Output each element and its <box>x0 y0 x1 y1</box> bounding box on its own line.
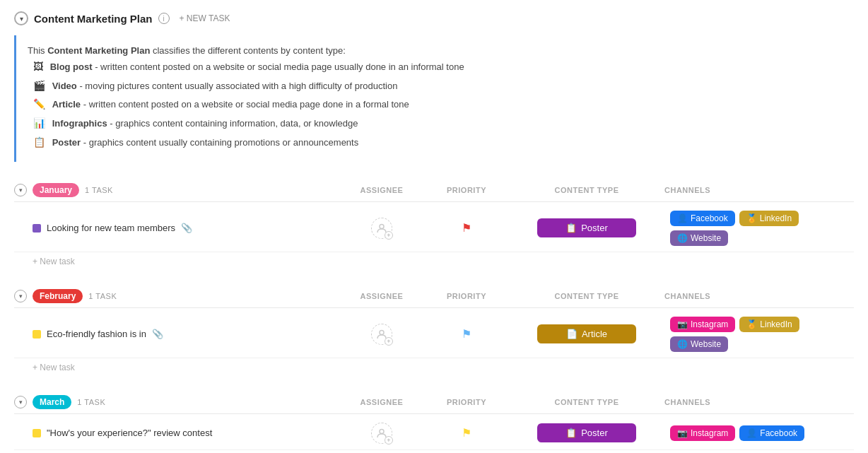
channel-badge-facebook[interactable]: 👤 Facebook <box>739 425 804 441</box>
group-label-january: January <box>33 183 79 197</box>
task-name-area: Eco-friendly fashion is in 📎 <box>14 329 339 339</box>
group-collapse-january[interactable]: ▾ <box>14 184 27 196</box>
add-assignee-icon[interactable]: + <box>385 231 393 240</box>
task-name[interactable]: Looking for new team members <box>47 223 175 233</box>
list-item: 🎬 Video - moving pictures content usuall… <box>33 78 843 94</box>
table-row: Looking for new team members 📎 + ⚑ 📋 Pos… <box>14 205 854 252</box>
channels-cell: 👤 Facebook 🏅 LinkedIn 🌐 Website <box>664 211 854 246</box>
col-header-priority: PRIORITY <box>424 186 509 194</box>
priority-flag-icon: ⚑ <box>462 221 471 235</box>
group-collapse-march[interactable]: ▾ <box>14 396 27 408</box>
linkedin-icon: 🏅 <box>746 319 757 329</box>
channel-name: Website <box>691 233 721 243</box>
website-icon: 🌐 <box>677 339 688 349</box>
new-task-row-march[interactable]: + New task <box>14 450 854 453</box>
group-section-march: ▾ March 1 TASK ASSIGNEE PRIORITY CONTENT… <box>14 391 854 453</box>
group-label-march: March <box>33 395 71 409</box>
content-type-badge: 📄 Article <box>537 324 636 343</box>
page-header: ▾ Content Marketing Plan i + NEW TASK <box>14 11 854 25</box>
description-list: 🖼 Blog post - written content posted on … <box>28 59 843 151</box>
task-dot <box>33 429 41 437</box>
content-type-label: Poster <box>581 223 608 233</box>
content-type-cell[interactable]: 📋 Poster <box>509 423 664 442</box>
col-header-content-type: CONTENT TYPE <box>509 398 664 406</box>
channel-name: Instagram <box>691 428 728 438</box>
add-assignee-icon[interactable]: + <box>385 436 393 445</box>
assignee-cell: + <box>339 423 424 444</box>
channels-cell: 📷 Instagram 👤 Facebook <box>664 425 854 441</box>
task-name[interactable]: "How's your experience?" review contest <box>47 428 212 438</box>
content-type-icon: 📋 <box>565 428 577 438</box>
svg-point-1 <box>380 330 384 334</box>
task-dot <box>33 330 41 339</box>
group-header-february: ▾ February 1 TASK ASSIGNEE PRIORITY CONT… <box>14 285 854 308</box>
content-type-cell[interactable]: 📄 Article <box>509 324 664 343</box>
priority-cell[interactable]: ⚑ <box>424 221 509 235</box>
group-task-count-march: 1 TASK <box>77 398 105 406</box>
assignee-avatar[interactable]: + <box>371 423 392 444</box>
task-name-area: Looking for new team members 📎 <box>14 223 339 233</box>
group-header-january: ▾ January 1 TASK ASSIGNEE PRIORITY CONTE… <box>14 179 854 202</box>
group-header-march: ▾ March 1 TASK ASSIGNEE PRIORITY CONTENT… <box>14 391 854 414</box>
add-assignee-icon[interactable]: + <box>385 337 393 346</box>
assignee-cell: + <box>339 218 424 239</box>
group-title-area: ▾ March 1 TASK <box>14 395 339 409</box>
channel-name: Website <box>691 339 721 349</box>
channel-name: Instagram <box>691 319 728 329</box>
priority-cell[interactable]: ⚑ <box>424 426 509 440</box>
group-collapse-february[interactable]: ▾ <box>14 290 27 302</box>
assignee-cell: + <box>339 324 424 345</box>
col-header-channels: CHANNELS <box>664 186 854 194</box>
table-row: "How's your experience?" review contest … <box>14 417 854 450</box>
group-task-count-january: 1 TASK <box>85 186 113 194</box>
channel-badge-facebook[interactable]: 👤 Facebook <box>670 211 735 226</box>
page-title: Content Marketing Plan <box>34 13 153 25</box>
list-item: 📋 Poster - graphics content usually cont… <box>33 134 843 151</box>
info-icon[interactable]: i <box>158 13 170 24</box>
website-icon: 🌐 <box>677 233 688 243</box>
new-task-row-february[interactable]: + New task <box>14 358 854 377</box>
channel-badge-linkedin[interactable]: 🏅 LinkedIn <box>739 211 799 226</box>
channel-name: Facebook <box>760 428 797 438</box>
col-header-assignee: ASSIGNEE <box>339 292 424 300</box>
group-section-february: ▾ February 1 TASK ASSIGNEE PRIORITY CONT… <box>14 285 854 377</box>
groups-container: ▾ January 1 TASK ASSIGNEE PRIORITY CONTE… <box>14 179 854 453</box>
svg-point-0 <box>380 224 384 228</box>
channels-cell: 📷 Instagram 🏅 LinkedIn 🌐 Website <box>664 317 854 352</box>
task-name[interactable]: Eco-friendly fashion is in <box>47 329 146 339</box>
channel-name: LinkedIn <box>760 319 792 329</box>
channel-badge-website[interactable]: 🌐 Website <box>670 336 728 352</box>
new-task-row-january[interactable]: + New task <box>14 252 854 271</box>
list-item: ✏️ Article - written content posted on a… <box>33 96 843 112</box>
svg-point-2 <box>380 429 384 433</box>
new-task-header-button[interactable]: + NEW TASK <box>175 12 235 25</box>
instagram-icon: 📷 <box>677 319 688 329</box>
list-item: 📊 Infographics - graphics content contai… <box>33 115 843 131</box>
assignee-avatar[interactable]: + <box>371 218 392 239</box>
content-type-cell[interactable]: 📋 Poster <box>509 218 664 237</box>
col-header-priority: PRIORITY <box>424 398 509 406</box>
channel-badge-instagram[interactable]: 📷 Instagram <box>670 317 735 332</box>
assignee-avatar[interactable]: + <box>371 324 392 345</box>
group-label-february: February <box>33 289 83 303</box>
task-name-area: "How's your experience?" review contest <box>14 428 339 438</box>
group-title-area: ▾ February 1 TASK <box>14 289 339 303</box>
channel-badge-instagram[interactable]: 📷 Instagram <box>670 425 735 441</box>
content-type-label: Poster <box>581 428 608 438</box>
description-block: This Content Marketing Plan classifies t… <box>14 35 854 162</box>
channel-badge-linkedin[interactable]: 🏅 LinkedIn <box>739 317 799 332</box>
description-intro: This Content Marketing Plan classifies t… <box>28 44 843 59</box>
channel-badge-website[interactable]: 🌐 Website <box>670 230 728 246</box>
priority-cell[interactable]: ⚑ <box>424 327 509 341</box>
collapse-button[interactable]: ▾ <box>14 11 28 25</box>
col-header-channels: CHANNELS <box>664 292 854 300</box>
group-section-january: ▾ January 1 TASK ASSIGNEE PRIORITY CONTE… <box>14 179 854 271</box>
table-row: Eco-friendly fashion is in 📎 + ⚑ 📄 Artic… <box>14 311 854 358</box>
content-type-badge: 📋 Poster <box>537 423 636 442</box>
col-header-assignee: ASSIGNEE <box>339 186 424 194</box>
content-type-label: Article <box>582 329 607 339</box>
attachment-icon[interactable]: 📎 <box>152 329 163 339</box>
col-header-channels: CHANNELS <box>664 398 854 406</box>
attachment-icon[interactable]: 📎 <box>181 223 192 233</box>
col-header-content-type: CONTENT TYPE <box>509 186 664 194</box>
